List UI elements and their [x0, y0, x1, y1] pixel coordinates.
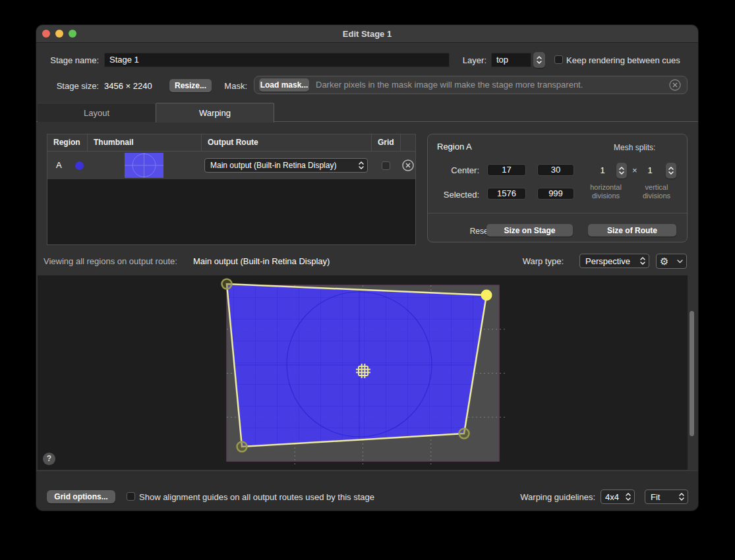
viewing-route-value: Main output (Built-in Retina Display) [193, 256, 330, 266]
stage-name-label: Stage name: [44, 55, 99, 65]
stage-size-value: 3456 × 2240 [104, 81, 152, 91]
column-header-output-route[interactable]: Output Route [201, 134, 371, 151]
output-route-select[interactable]: Main output (Built-in Retina Display) [204, 158, 368, 173]
selected-label: Selected: [428, 190, 479, 200]
mesh-splits-label: Mesh splits: [614, 143, 655, 152]
vertical-divisions-label: vertical divisions [630, 183, 683, 200]
output-route-value: Main output (Built-in Retina Display) [205, 161, 358, 170]
mesh-times-label: × [632, 165, 637, 175]
column-header-grid[interactable]: Grid [371, 134, 400, 151]
panel-divider [428, 213, 687, 213]
vertical-scrollbar[interactable] [690, 311, 694, 436]
layer-input[interactable]: top [491, 53, 531, 67]
region-detail-panel: Region A Mesh splits: Center: 17 30 1 × … [427, 134, 688, 242]
chevron-down-icon [677, 260, 683, 264]
keep-rendering-label: Keep rendering between cues [566, 55, 680, 65]
center-label: Center: [428, 165, 479, 175]
corner-handle-bottom-right[interactable] [459, 429, 469, 439]
delete-region-icon[interactable] [402, 159, 414, 174]
size-of-route-button[interactable]: Size of Route [588, 224, 676, 237]
warp-preview [38, 275, 688, 470]
show-alignment-guides-label: Show alignment guides on all output rout… [139, 492, 374, 502]
chevron-up-down-icon [358, 160, 365, 171]
grid-options-button[interactable]: Grid options... [47, 490, 115, 503]
chevron-up-down-icon [625, 491, 632, 502]
help-button[interactable]: ? [43, 453, 55, 465]
size-on-stage-button[interactable]: Size on Stage [486, 224, 573, 237]
mesh-vertical-stepper[interactable] [666, 163, 676, 179]
warping-canvas[interactable]: ? [38, 275, 688, 470]
bottom-bar: Grid options... Show alignment guides on… [36, 470, 698, 511]
layer-stepper[interactable] [533, 52, 545, 68]
keep-rendering-checkbox[interactable] [554, 55, 563, 64]
chevron-up-down-icon [639, 256, 646, 266]
tab-bar: Layout Warping [36, 103, 698, 122]
regions-table-header: Region Thumbnail Output Route Grid [47, 134, 415, 152]
edit-stage-window: Edit Stage 1 Stage name: Stage 1 Layer: … [36, 25, 698, 511]
stage-name-input[interactable]: Stage 1 [104, 53, 450, 67]
warp-settings-button[interactable]: ⚙ [656, 254, 687, 269]
regions-table: Region Thumbnail Output Route Grid A Mai… [47, 134, 416, 245]
column-header-actions [400, 134, 415, 151]
mask-label: Mask: [218, 81, 247, 91]
title-bar[interactable]: Edit Stage 1 [36, 25, 698, 43]
clear-mask-icon[interactable] [669, 79, 681, 94]
warp-type-label: Warp type: [511, 256, 564, 266]
region-panel-title: Region A [437, 142, 472, 152]
corner-handle-top-right-selected[interactable] [481, 290, 492, 301]
center-x-input[interactable]: 17 [487, 164, 526, 176]
tab-layout[interactable]: Layout [38, 103, 156, 122]
guidelines-grid-select[interactable]: 4x4 [601, 490, 635, 504]
region-letter: A [56, 160, 62, 170]
mesh-horizontal-value: 1 [594, 165, 611, 175]
minimize-window-button[interactable] [55, 30, 63, 38]
resize-button[interactable]: Resize... [169, 79, 212, 92]
grid-checkbox[interactable] [382, 161, 390, 170]
mesh-horizontal-stepper[interactable] [616, 163, 627, 179]
guidelines-fit-select[interactable]: Fit [645, 490, 688, 504]
column-header-thumbnail[interactable]: Thumbnail [87, 134, 201, 151]
warp-type-value: Perspective [580, 256, 639, 266]
close-window-button[interactable] [42, 30, 50, 38]
corner-handle-top-left[interactable] [222, 279, 232, 289]
guidelines-grid-value: 4x4 [601, 492, 625, 502]
load-mask-button[interactable]: Load mask... [259, 78, 309, 92]
selected-x-input[interactable]: 1576 [487, 188, 526, 200]
region-color-dot-icon [75, 161, 84, 170]
horizontal-divisions-label: horizontal divisions [579, 183, 632, 200]
region-thumbnail [125, 153, 163, 181]
column-header-region[interactable]: Region [47, 134, 87, 151]
gear-icon: ⚙ [660, 254, 668, 268]
viewing-route-label: Viewing all regions on output route: [44, 256, 177, 266]
selected-y-input[interactable]: 999 [537, 188, 574, 200]
show-alignment-guides-checkbox[interactable] [127, 492, 135, 501]
stepper-up-down-icon [536, 55, 543, 65]
guidelines-fit-value: Fit [645, 492, 678, 502]
center-y-input[interactable]: 30 [537, 164, 574, 176]
stage-size-label: Stage size: [44, 81, 99, 91]
warping-guidelines-label: Warping guidelines: [498, 492, 595, 502]
zoom-window-button[interactable] [69, 30, 76, 38]
tab-warping[interactable]: Warping [156, 103, 274, 123]
window-title: Edit Stage 1 [36, 25, 698, 43]
mask-hint-text: Darker pixels in the mask image will mak… [316, 80, 583, 90]
mesh-vertical-value: 1 [641, 165, 659, 175]
mask-field: Load mask... Darker pixels in the mask i… [254, 76, 688, 94]
traffic-lights [42, 30, 76, 38]
corner-handle-bottom-left[interactable] [237, 442, 247, 452]
table-row[interactable]: A Main output (Built-in Retina Display) [47, 152, 415, 179]
layer-label: Layer: [456, 55, 486, 65]
chevron-up-down-icon [678, 491, 685, 502]
warp-type-select[interactable]: Perspective [579, 254, 649, 268]
